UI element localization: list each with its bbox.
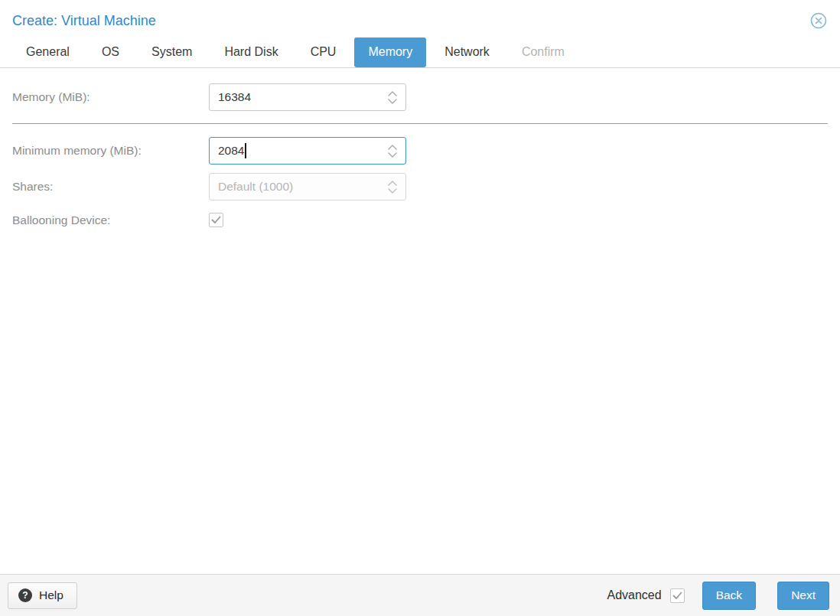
min-memory-label: Minimum memory (MiB): — [12, 144, 209, 158]
tab-memory[interactable]: Memory — [354, 37, 426, 67]
dialog-title: Create: Virtual Machine — [12, 13, 156, 29]
text-cursor — [245, 143, 246, 158]
ballooning-label: Ballooning Device: — [12, 213, 209, 227]
chevron-down-icon — [388, 99, 397, 104]
memory-form: Memory (MiB): 16384 Minimum memory (MiB)… — [0, 68, 840, 574]
tab-general[interactable]: General — [12, 37, 83, 67]
chevron-up-icon — [388, 145, 397, 150]
min-memory-spinner[interactable] — [386, 138, 399, 164]
chevron-up-icon — [388, 181, 397, 186]
help-button-label: Help — [39, 588, 63, 602]
min-memory-input[interactable]: 2084 — [209, 137, 406, 165]
memory-input[interactable]: 16384 — [209, 83, 406, 111]
min-memory-value: 2084 — [218, 144, 244, 158]
memory-label: Memory (MiB): — [12, 90, 209, 104]
shares-spinner — [386, 174, 399, 200]
shares-label: Shares: — [12, 180, 209, 194]
help-button[interactable]: ? Help — [8, 582, 77, 609]
back-button[interactable]: Back — [702, 582, 756, 610]
tab-system[interactable]: System — [138, 37, 206, 67]
shares-input: Default (1000) — [209, 173, 406, 200]
create-vm-dialog: Create: Virtual Machine General OS Syste… — [0, 0, 840, 616]
chevron-down-icon — [388, 152, 397, 158]
tab-network[interactable]: Network — [431, 37, 503, 67]
tab-confirm: Confirm — [508, 37, 578, 67]
ballooning-checkbox[interactable] — [209, 213, 223, 227]
advanced-section-divider — [12, 123, 828, 124]
dialog-titlebar: Create: Virtual Machine — [0, 0, 840, 37]
close-icon[interactable] — [809, 11, 828, 30]
memory-spinner[interactable] — [386, 84, 399, 110]
chevron-up-icon — [388, 91, 397, 96]
tab-os[interactable]: OS — [88, 37, 133, 67]
chevron-down-icon — [388, 188, 397, 194]
ballooning-row: Ballooning Device: — [12, 213, 828, 227]
shares-value: Default (1000) — [218, 180, 293, 194]
next-button[interactable]: Next — [777, 582, 829, 610]
question-icon: ? — [18, 588, 32, 602]
footer-actions: Advanced Back Next — [607, 582, 829, 610]
min-memory-row: Minimum memory (MiB): 2084 — [12, 137, 828, 165]
memory-value: 16384 — [218, 90, 251, 104]
advanced-checkbox[interactable] — [670, 588, 685, 603]
memory-row: Memory (MiB): 16384 — [12, 83, 828, 111]
dialog-footer: ? Help Advanced Back Next — [0, 574, 840, 616]
check-icon — [211, 216, 221, 224]
wizard-tab-bar: General OS System Hard Disk CPU Memory N… — [0, 37, 840, 68]
shares-row: Shares: Default (1000) — [12, 173, 828, 200]
check-icon — [672, 592, 682, 600]
tab-hard-disk[interactable]: Hard Disk — [210, 37, 291, 67]
advanced-label: Advanced — [607, 588, 661, 602]
tab-cpu[interactable]: CPU — [297, 37, 350, 67]
